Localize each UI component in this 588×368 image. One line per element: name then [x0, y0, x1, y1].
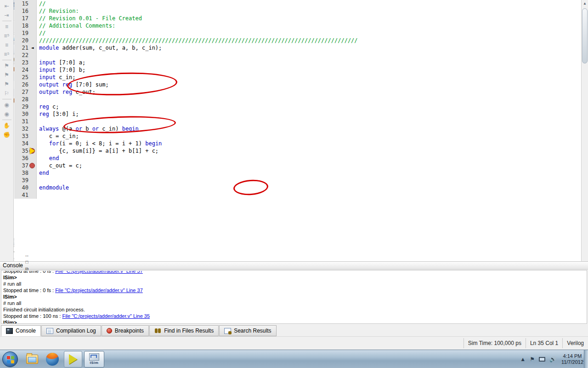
- line-number-gutter[interactable]: 26: [14, 81, 37, 88]
- code-line-23[interactable]: 23input [7:0] a;: [14, 59, 581, 66]
- code-line-28[interactable]: 28: [14, 96, 581, 103]
- bottom-tab-find-in-files-results[interactable]: Find in Files Results: [149, 325, 219, 336]
- line-number-gutter[interactable]: 30: [14, 110, 37, 118]
- next-bookmark-button[interactable]: ⚑: [2, 70, 12, 80]
- line-number-gutter[interactable]: 19: [14, 29, 37, 37]
- show-line-numbers-button[interactable]: ≡: [2, 40, 12, 50]
- line-number-gutter[interactable]: 40: [14, 184, 37, 191]
- bottom-tab-compilation-log[interactable]: Compilation Log: [41, 325, 101, 336]
- taskbar-clock[interactable]: 4:14 PM 11/7/2012: [561, 353, 583, 365]
- code-line-27[interactable]: 27output reg c_out;: [14, 88, 581, 96]
- start-button[interactable]: [2, 351, 18, 367]
- console-link[interactable]: File "C:/projects/adder/adder.v" Line 37: [55, 271, 143, 274]
- code-line-40[interactable]: 40endmodule: [14, 184, 581, 191]
- code-line-41[interactable]: 41: [14, 191, 581, 199]
- line-number-gutter[interactable]: 27: [14, 88, 37, 96]
- line-number-gutter[interactable]: 21◄: [14, 44, 37, 52]
- bottom-tab-search-results[interactable]: Search Results: [219, 325, 276, 336]
- navigate-forward-button[interactable]: ◉: [2, 109, 12, 119]
- code-line-19[interactable]: 19//: [14, 29, 581, 37]
- code-line-15[interactable]: 15//: [14, 0, 581, 7]
- code-line-33[interactable]: 33 c = c_in;: [14, 132, 581, 140]
- indent-button[interactable]: ⇥: [2, 11, 12, 20]
- code-line-18[interactable]: 18// Additional Comments:: [14, 22, 581, 29]
- network-icon[interactable]: [539, 357, 545, 362]
- code-line-26[interactable]: 26output reg [7:0] sum;: [14, 81, 581, 88]
- scroll-up-arrow[interactable]: ▲: [582, 0, 588, 7]
- line-number-gutter[interactable]: 28: [14, 96, 37, 103]
- bottom-tab-console[interactable]: Console: [1, 325, 41, 336]
- clear-bookmarks-button[interactable]: ⚐: [2, 89, 12, 98]
- line-number-gutter[interactable]: 29: [14, 103, 37, 110]
- breakpoint-marker[interactable]: [29, 162, 36, 169]
- line-number-gutter[interactable]: 33: [14, 132, 37, 140]
- code-line-21[interactable]: 21◄module adder(sum, c_out, a, b, c_in);: [14, 44, 581, 52]
- code-line-20[interactable]: 20//////////////////////////////////////…: [14, 37, 581, 44]
- current-line-marker[interactable]: [29, 148, 36, 154]
- line-number-gutter[interactable]: 25: [14, 74, 37, 81]
- code-line-30[interactable]: 30reg [3:0] i;: [14, 110, 581, 118]
- code-line-34[interactable]: 34 for(i = 0; i < 8; i = i + 1) begin: [14, 140, 581, 147]
- pan-hand-button[interactable]: ✋: [2, 121, 12, 130]
- goto-line-button[interactable]: ≡: [2, 22, 12, 31]
- line-number-gutter[interactable]: 17: [14, 15, 37, 22]
- code-line-38[interactable]: 38end: [14, 169, 581, 177]
- line-number-gutter[interactable]: 24: [14, 66, 37, 74]
- outdent-button[interactable]: ⇤: [2, 1, 12, 11]
- code-line-39[interactable]: 39: [14, 177, 581, 184]
- previous-bookmark-button[interactable]: ⚑: [2, 80, 12, 89]
- ise-taskbar-button[interactable]: [64, 351, 82, 368]
- line-number-gutter[interactable]: 32: [14, 125, 37, 132]
- code-text: {c, sum[i]} = a[i] + b[1] + c;: [37, 147, 158, 155]
- volume-icon[interactable]: 🔊: [549, 356, 556, 362]
- action-center-flag-icon[interactable]: ⚑: [530, 356, 535, 362]
- code-line-24[interactable]: 24input [7:0] b;: [14, 66, 581, 74]
- code-line-37[interactable]: 37 c_out = c;: [14, 162, 581, 169]
- code-line-29[interactable]: 29reg c;: [14, 103, 581, 110]
- code-line-22[interactable]: 22: [14, 52, 581, 59]
- navigate-back-button[interactable]: ◉: [2, 100, 12, 109]
- keyword-token: input: [39, 59, 56, 66]
- tray-expand-arrow[interactable]: ▲: [520, 356, 526, 362]
- code-line-16[interactable]: 16// Revision:: [14, 7, 581, 15]
- bottom-tab-breakpoints[interactable]: Breakpoints: [102, 325, 149, 336]
- code-line-32[interactable]: 32always @(a or b or c_in) begin: [14, 125, 581, 132]
- code-token: c;: [49, 104, 59, 110]
- line-number-gutter[interactable]: 36: [14, 155, 37, 162]
- show-desktop-button[interactable]: [584, 350, 588, 368]
- toggle-bookmark-button[interactable]: ⚑: [2, 61, 12, 70]
- code-line-25[interactable]: 25input c_in;: [14, 74, 581, 81]
- code-line-36[interactable]: 36 end: [14, 155, 581, 162]
- line-number-gutter[interactable]: 38: [14, 169, 37, 177]
- line-number-gutter[interactable]: 20: [14, 37, 37, 44]
- pan-hand-off-button[interactable]: ✊: [2, 130, 12, 139]
- goto-column-button[interactable]: ≡⁵: [2, 50, 12, 59]
- console-float-button[interactable]: ↔: [23, 252, 31, 259]
- console-output[interactable]: Stopped at time : 0 fs : File "C:/projec…: [1, 270, 587, 324]
- code-line-35[interactable]: 35 {c, sum[i]} = a[i] + b[1] + c;: [14, 147, 581, 155]
- line-number-gutter[interactable]: 41: [14, 191, 37, 199]
- console-link[interactable]: File "C:/projects/adder/adder.v" Line 35: [62, 313, 150, 319]
- code-line-31[interactable]: 31: [14, 118, 581, 125]
- console-maximize-button[interactable]: □: [23, 259, 31, 265]
- line-number-gutter[interactable]: 23: [14, 59, 37, 66]
- line-number-gutter[interactable]: 37: [14, 162, 37, 169]
- goto-line-number-button[interactable]: ≡⁵: [2, 31, 12, 40]
- code-text: end: [37, 169, 49, 177]
- console-link[interactable]: File "C:/projects/adder/adder.v" Line 37: [55, 288, 143, 293]
- line-number-gutter[interactable]: 31: [14, 118, 37, 125]
- line-number-gutter[interactable]: 39: [14, 177, 37, 184]
- code-line-17[interactable]: 17// Revision 0.01 - File Created: [14, 15, 581, 22]
- line-number-gutter[interactable]: 18: [14, 22, 37, 29]
- line-number-gutter[interactable]: 35: [14, 147, 37, 155]
- scroll-thumb[interactable]: [582, 8, 588, 63]
- line-number-gutter[interactable]: 34: [14, 140, 37, 147]
- line-number-gutter[interactable]: 15: [14, 0, 37, 7]
- line-number-gutter[interactable]: 22: [14, 52, 37, 59]
- keyword-token: reg: [62, 81, 73, 88]
- explorer-taskbar-button[interactable]: [23, 351, 41, 367]
- comment-token: //: [39, 0, 45, 7]
- isim-taskbar-button[interactable]: ISim: [84, 351, 104, 368]
- firefox-taskbar-button[interactable]: [44, 351, 61, 367]
- line-number-gutter[interactable]: 16: [14, 7, 37, 15]
